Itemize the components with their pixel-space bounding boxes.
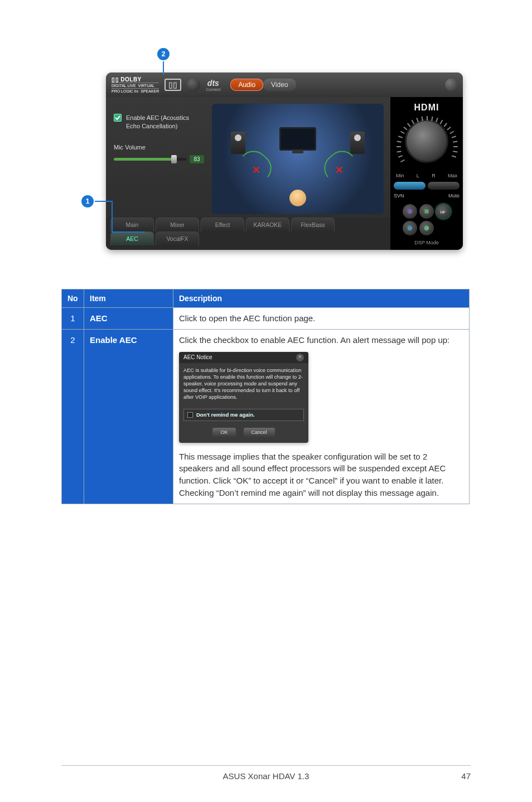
footer-page-number: 47 — [461, 771, 471, 781]
dont-remind-checkbox[interactable] — [187, 412, 193, 418]
row-no: 1 — [62, 308, 84, 330]
dsp-mode-label: DSP Mode — [414, 240, 438, 245]
slider-thumb-icon[interactable] — [171, 155, 177, 163]
mode-button-2[interactable] — [419, 204, 434, 219]
cancel-button[interactable]: Cancel — [244, 428, 275, 437]
app-header: ▯▯ DOLBY DIGITAL LIVEVIRTUAL PRO LOGIC I… — [106, 73, 463, 97]
mode-button-4[interactable] — [403, 221, 417, 235]
hdmi-logo: HDMI — [414, 103, 439, 113]
callout-line — [95, 201, 113, 202]
dropdown-arrow-icon[interactable] — [445, 79, 457, 91]
min-label: Min — [396, 173, 404, 178]
callout-line — [163, 61, 164, 75]
header-tab-video[interactable]: Video — [263, 79, 296, 91]
dolby-brand: DOLBY — [120, 76, 142, 83]
aec-left-panel: Enable AEC (Acoustics Echo Cancellation)… — [106, 97, 212, 218]
dd-logo: ▯▯ — [165, 79, 181, 91]
desc-p2: This message implies that the speaker co… — [179, 451, 463, 499]
tab-flexbass[interactable]: FlexBass — [291, 218, 335, 231]
enable-aec-label: Enable AEC (Acoustics Echo Cancellation) — [126, 114, 204, 131]
description-table: No Item Description 1 AEC Click to open … — [61, 289, 470, 504]
mode-button-5[interactable] — [419, 221, 434, 235]
header-tab-audio[interactable]: Audio — [230, 79, 263, 91]
svg-point-3 — [424, 226, 429, 231]
callout-line — [112, 231, 145, 233]
aec-notice-dialog: AEC Notice ✕ AEC is suitable for bi-dire… — [179, 352, 308, 443]
tab-main[interactable]: Main — [110, 218, 154, 231]
globe-icon[interactable] — [187, 78, 200, 91]
row-no: 2 — [62, 329, 84, 504]
aec-illustration: ✕ ✕ — [212, 104, 384, 214]
callout-line — [112, 201, 113, 231]
row-desc: Click to open the AEC function page. — [173, 308, 470, 330]
tab-aec[interactable]: AEC — [110, 231, 154, 245]
desc-p1: Click the checkbox to enable AEC functio… — [179, 334, 463, 346]
tab-karaoke[interactable]: KARAOKE — [246, 218, 289, 231]
dont-remind-row[interactable]: Don't remind me again. — [183, 409, 304, 421]
th-desc: Description — [173, 289, 470, 308]
dialog-title: AEC Notice — [183, 354, 212, 362]
close-icon[interactable]: ✕ — [296, 354, 304, 361]
l-label: L — [417, 173, 419, 178]
mic-volume-value: 83 — [190, 155, 204, 163]
dial-ticks — [396, 116, 457, 170]
listener-head-icon — [289, 190, 306, 206]
dts-badge: dts Connect — [206, 79, 220, 91]
right-panel: HDMI Min L R Max — [390, 97, 463, 250]
speaker-right-icon — [350, 132, 365, 154]
row-item: Enable AEC — [84, 329, 173, 504]
speaker-left-icon — [231, 132, 245, 154]
ok-button[interactable]: OK — [212, 428, 235, 437]
mute-label: Mute — [444, 193, 460, 199]
r-label: R — [432, 173, 436, 178]
tab-mixer[interactable]: Mixer — [156, 218, 199, 231]
th-no: No — [62, 289, 84, 308]
dialog-body: AEC is suitable for bi-direction voice c… — [179, 363, 308, 405]
cross-icon: ✕ — [335, 164, 344, 176]
callout-1: 1 — [81, 195, 113, 207]
mic-volume-label: Mic Volume — [114, 144, 204, 151]
row-desc: Click the checkbox to enable AEC functio… — [173, 329, 470, 504]
tv-icon — [279, 127, 316, 151]
row-item: AEC — [84, 308, 173, 330]
svg-point-0 — [408, 209, 413, 214]
callout-bubble: 2 — [157, 48, 170, 60]
mode-button-1[interactable] — [403, 204, 417, 219]
tab-effect[interactable]: Effect — [201, 218, 244, 231]
page-footer: ASUS Xonar HDAV 1.3 47 — [61, 765, 471, 781]
enable-aec-checkbox[interactable] — [114, 114, 122, 122]
svg-point-2 — [408, 226, 413, 231]
mic-volume-slider[interactable] — [114, 158, 186, 161]
audio-app-window: ▯▯ DOLBY DIGITAL LIVEVIRTUAL PRO LOGIC I… — [106, 73, 463, 250]
footer-product: ASUS Xonar HDAV 1.3 — [223, 771, 309, 781]
dolby-badge: ▯▯ DOLBY DIGITAL LIVEVIRTUAL PRO LOGIC I… — [112, 76, 159, 93]
cross-icon: ✕ — [252, 164, 260, 176]
tab-vocalfx[interactable]: VocalFX — [156, 231, 199, 245]
dont-remind-label: Don't remind me again. — [196, 411, 255, 419]
balance-right-button[interactable] — [428, 182, 460, 190]
svn-label: SVN — [394, 193, 409, 199]
th-item: Item — [84, 289, 173, 308]
max-label: Max — [448, 173, 457, 178]
bottom-tab-bar: Main Mixer Effect KARAOKE FlexBass AEC V… — [106, 218, 390, 250]
mode-button-hifi[interactable]: HF — [436, 204, 451, 219]
callout-2: 2 — [157, 48, 170, 75]
svg-text:HF: HF — [441, 210, 446, 214]
balance-left-button[interactable] — [394, 182, 425, 190]
callout-bubble: 1 — [81, 195, 94, 207]
